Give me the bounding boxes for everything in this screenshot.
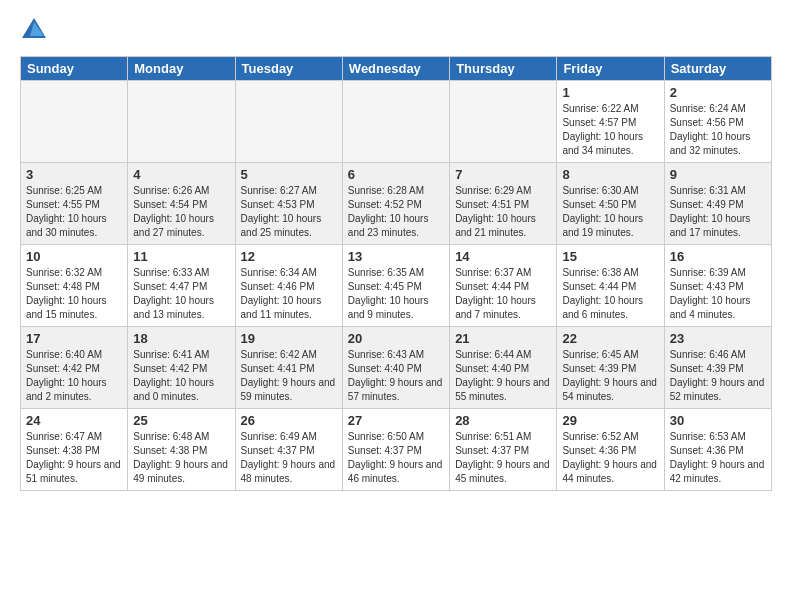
calendar-cell: 26Sunrise: 6:49 AM Sunset: 4:37 PM Dayli… bbox=[235, 409, 342, 491]
calendar-cell: 6Sunrise: 6:28 AM Sunset: 4:52 PM Daylig… bbox=[342, 163, 449, 245]
day-info: Sunrise: 6:53 AM Sunset: 4:36 PM Dayligh… bbox=[670, 430, 766, 486]
day-info: Sunrise: 6:28 AM Sunset: 4:52 PM Dayligh… bbox=[348, 184, 444, 240]
calendar-cell bbox=[450, 81, 557, 163]
day-info: Sunrise: 6:52 AM Sunset: 4:36 PM Dayligh… bbox=[562, 430, 658, 486]
day-info: Sunrise: 6:50 AM Sunset: 4:37 PM Dayligh… bbox=[348, 430, 444, 486]
day-number: 8 bbox=[562, 167, 658, 182]
calendar-cell: 21Sunrise: 6:44 AM Sunset: 4:40 PM Dayli… bbox=[450, 327, 557, 409]
calendar-cell: 20Sunrise: 6:43 AM Sunset: 4:40 PM Dayli… bbox=[342, 327, 449, 409]
day-info: Sunrise: 6:44 AM Sunset: 4:40 PM Dayligh… bbox=[455, 348, 551, 404]
day-number: 12 bbox=[241, 249, 337, 264]
day-info: Sunrise: 6:51 AM Sunset: 4:37 PM Dayligh… bbox=[455, 430, 551, 486]
calendar-cell: 22Sunrise: 6:45 AM Sunset: 4:39 PM Dayli… bbox=[557, 327, 664, 409]
day-info: Sunrise: 6:43 AM Sunset: 4:40 PM Dayligh… bbox=[348, 348, 444, 404]
day-info: Sunrise: 6:41 AM Sunset: 4:42 PM Dayligh… bbox=[133, 348, 229, 404]
day-info: Sunrise: 6:29 AM Sunset: 4:51 PM Dayligh… bbox=[455, 184, 551, 240]
calendar-cell: 5Sunrise: 6:27 AM Sunset: 4:53 PM Daylig… bbox=[235, 163, 342, 245]
calendar-cell: 3Sunrise: 6:25 AM Sunset: 4:55 PM Daylig… bbox=[21, 163, 128, 245]
calendar-cell: 15Sunrise: 6:38 AM Sunset: 4:44 PM Dayli… bbox=[557, 245, 664, 327]
calendar-header-thursday: Thursday bbox=[450, 57, 557, 81]
calendar-cell: 25Sunrise: 6:48 AM Sunset: 4:38 PM Dayli… bbox=[128, 409, 235, 491]
day-number: 16 bbox=[670, 249, 766, 264]
calendar: SundayMondayTuesdayWednesdayThursdayFrid… bbox=[20, 56, 772, 491]
calendar-cell: 17Sunrise: 6:40 AM Sunset: 4:42 PM Dayli… bbox=[21, 327, 128, 409]
calendar-header-tuesday: Tuesday bbox=[235, 57, 342, 81]
day-info: Sunrise: 6:27 AM Sunset: 4:53 PM Dayligh… bbox=[241, 184, 337, 240]
calendar-week-4: 24Sunrise: 6:47 AM Sunset: 4:38 PM Dayli… bbox=[21, 409, 772, 491]
day-info: Sunrise: 6:31 AM Sunset: 4:49 PM Dayligh… bbox=[670, 184, 766, 240]
day-info: Sunrise: 6:46 AM Sunset: 4:39 PM Dayligh… bbox=[670, 348, 766, 404]
calendar-week-2: 10Sunrise: 6:32 AM Sunset: 4:48 PM Dayli… bbox=[21, 245, 772, 327]
day-info: Sunrise: 6:25 AM Sunset: 4:55 PM Dayligh… bbox=[26, 184, 122, 240]
calendar-header-monday: Monday bbox=[128, 57, 235, 81]
day-number: 13 bbox=[348, 249, 444, 264]
calendar-cell: 1Sunrise: 6:22 AM Sunset: 4:57 PM Daylig… bbox=[557, 81, 664, 163]
calendar-cell: 13Sunrise: 6:35 AM Sunset: 4:45 PM Dayli… bbox=[342, 245, 449, 327]
calendar-cell: 12Sunrise: 6:34 AM Sunset: 4:46 PM Dayli… bbox=[235, 245, 342, 327]
day-number: 25 bbox=[133, 413, 229, 428]
day-info: Sunrise: 6:30 AM Sunset: 4:50 PM Dayligh… bbox=[562, 184, 658, 240]
calendar-cell bbox=[128, 81, 235, 163]
day-info: Sunrise: 6:33 AM Sunset: 4:47 PM Dayligh… bbox=[133, 266, 229, 322]
day-info: Sunrise: 6:37 AM Sunset: 4:44 PM Dayligh… bbox=[455, 266, 551, 322]
calendar-cell: 19Sunrise: 6:42 AM Sunset: 4:41 PM Dayli… bbox=[235, 327, 342, 409]
day-number: 24 bbox=[26, 413, 122, 428]
calendar-cell: 14Sunrise: 6:37 AM Sunset: 4:44 PM Dayli… bbox=[450, 245, 557, 327]
logo bbox=[20, 16, 52, 44]
calendar-cell: 28Sunrise: 6:51 AM Sunset: 4:37 PM Dayli… bbox=[450, 409, 557, 491]
day-info: Sunrise: 6:35 AM Sunset: 4:45 PM Dayligh… bbox=[348, 266, 444, 322]
day-number: 15 bbox=[562, 249, 658, 264]
day-number: 9 bbox=[670, 167, 766, 182]
calendar-cell: 9Sunrise: 6:31 AM Sunset: 4:49 PM Daylig… bbox=[664, 163, 771, 245]
day-number: 28 bbox=[455, 413, 551, 428]
calendar-header-friday: Friday bbox=[557, 57, 664, 81]
day-info: Sunrise: 6:39 AM Sunset: 4:43 PM Dayligh… bbox=[670, 266, 766, 322]
day-info: Sunrise: 6:26 AM Sunset: 4:54 PM Dayligh… bbox=[133, 184, 229, 240]
calendar-cell: 16Sunrise: 6:39 AM Sunset: 4:43 PM Dayli… bbox=[664, 245, 771, 327]
day-info: Sunrise: 6:42 AM Sunset: 4:41 PM Dayligh… bbox=[241, 348, 337, 404]
day-number: 1 bbox=[562, 85, 658, 100]
day-number: 29 bbox=[562, 413, 658, 428]
day-number: 3 bbox=[26, 167, 122, 182]
calendar-cell: 30Sunrise: 6:53 AM Sunset: 4:36 PM Dayli… bbox=[664, 409, 771, 491]
calendar-cell: 4Sunrise: 6:26 AM Sunset: 4:54 PM Daylig… bbox=[128, 163, 235, 245]
logo-icon bbox=[20, 16, 48, 44]
calendar-cell: 7Sunrise: 6:29 AM Sunset: 4:51 PM Daylig… bbox=[450, 163, 557, 245]
day-number: 10 bbox=[26, 249, 122, 264]
calendar-week-1: 3Sunrise: 6:25 AM Sunset: 4:55 PM Daylig… bbox=[21, 163, 772, 245]
day-number: 27 bbox=[348, 413, 444, 428]
calendar-header-sunday: Sunday bbox=[21, 57, 128, 81]
day-info: Sunrise: 6:40 AM Sunset: 4:42 PM Dayligh… bbox=[26, 348, 122, 404]
day-number: 4 bbox=[133, 167, 229, 182]
day-info: Sunrise: 6:32 AM Sunset: 4:48 PM Dayligh… bbox=[26, 266, 122, 322]
day-number: 22 bbox=[562, 331, 658, 346]
day-number: 5 bbox=[241, 167, 337, 182]
calendar-cell: 27Sunrise: 6:50 AM Sunset: 4:37 PM Dayli… bbox=[342, 409, 449, 491]
calendar-week-0: 1Sunrise: 6:22 AM Sunset: 4:57 PM Daylig… bbox=[21, 81, 772, 163]
day-number: 2 bbox=[670, 85, 766, 100]
calendar-cell bbox=[21, 81, 128, 163]
calendar-cell: 11Sunrise: 6:33 AM Sunset: 4:47 PM Dayli… bbox=[128, 245, 235, 327]
day-number: 23 bbox=[670, 331, 766, 346]
calendar-cell: 8Sunrise: 6:30 AM Sunset: 4:50 PM Daylig… bbox=[557, 163, 664, 245]
day-number: 30 bbox=[670, 413, 766, 428]
day-info: Sunrise: 6:45 AM Sunset: 4:39 PM Dayligh… bbox=[562, 348, 658, 404]
calendar-cell: 18Sunrise: 6:41 AM Sunset: 4:42 PM Dayli… bbox=[128, 327, 235, 409]
calendar-cell: 23Sunrise: 6:46 AM Sunset: 4:39 PM Dayli… bbox=[664, 327, 771, 409]
calendar-cell bbox=[342, 81, 449, 163]
page: SundayMondayTuesdayWednesdayThursdayFrid… bbox=[0, 0, 792, 501]
day-info: Sunrise: 6:47 AM Sunset: 4:38 PM Dayligh… bbox=[26, 430, 122, 486]
calendar-cell: 2Sunrise: 6:24 AM Sunset: 4:56 PM Daylig… bbox=[664, 81, 771, 163]
day-info: Sunrise: 6:48 AM Sunset: 4:38 PM Dayligh… bbox=[133, 430, 229, 486]
day-info: Sunrise: 6:24 AM Sunset: 4:56 PM Dayligh… bbox=[670, 102, 766, 158]
day-number: 11 bbox=[133, 249, 229, 264]
calendar-cell bbox=[235, 81, 342, 163]
day-number: 7 bbox=[455, 167, 551, 182]
day-number: 20 bbox=[348, 331, 444, 346]
calendar-cell: 10Sunrise: 6:32 AM Sunset: 4:48 PM Dayli… bbox=[21, 245, 128, 327]
day-number: 17 bbox=[26, 331, 122, 346]
calendar-header-saturday: Saturday bbox=[664, 57, 771, 81]
calendar-header-row: SundayMondayTuesdayWednesdayThursdayFrid… bbox=[21, 57, 772, 81]
calendar-header-wednesday: Wednesday bbox=[342, 57, 449, 81]
day-number: 19 bbox=[241, 331, 337, 346]
